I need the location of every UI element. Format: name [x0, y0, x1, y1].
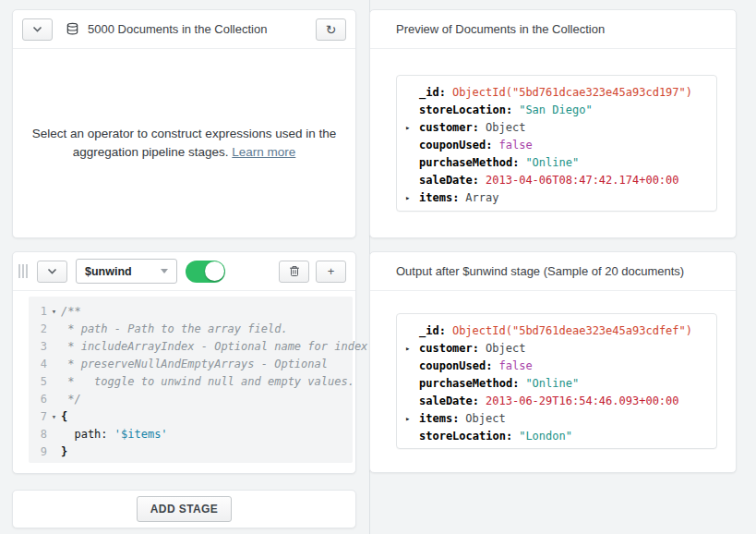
document-field-row: ▸ purchaseMethod "Online" — [397, 154, 716, 172]
field-value: ObjectId("5bd761deae323e45a93cdfef") — [452, 322, 692, 340]
field-key: _id — [419, 322, 446, 340]
select-caret-icon — [161, 269, 168, 273]
empty-state: Select an operator to construct expressi… — [13, 49, 355, 237]
editor-line: 8 ▾ path: '$items' — [29, 426, 353, 443]
unwind-stage-header: $unwind + — [13, 252, 355, 291]
document-field-row: ▸ customer Object — [397, 119, 716, 137]
document-field-row: ▸ items Object — [397, 410, 716, 428]
document-field-row: ▸ couponUsed false — [397, 358, 716, 375]
expand-caret-icon[interactable]: ▸ — [405, 340, 419, 358]
line-number: 2 — [29, 321, 47, 338]
document-field-row: ▸ customer Object — [397, 340, 716, 358]
unwind-output-header: Output after $unwind stage (Sample of 20… — [370, 252, 736, 291]
refresh-icon: ↻ — [326, 23, 337, 36]
source-stage-header: 5000 Documents in the Collection ↻ — [13, 10, 355, 49]
line-number: 7 — [29, 408, 47, 426]
code-text: * preserveNullAndEmptyArrays - Optional — [61, 356, 328, 373]
field-key: purchaseMethod — [419, 375, 519, 393]
field-key: customer — [419, 119, 479, 137]
stage-editor[interactable]: 1 ▾ /** 2 ▾ * path - Path to the array f… — [29, 297, 353, 463]
document-field-row: ▸ _id ObjectId("5bd761dcae323e45a93cd197… — [397, 84, 716, 102]
source-preview-header: Preview of Documents in the Collection — [370, 10, 736, 49]
document-field-row: ▸ _id ObjectId("5bd761deae323e45a93cdfef… — [397, 322, 716, 340]
field-value: "London" — [519, 428, 572, 445]
field-key: saleDate — [419, 172, 479, 189]
fold-arrow-icon[interactable]: ▾ — [47, 303, 61, 321]
add-stage-row: ADD STAGE — [12, 490, 356, 528]
line-number: 8 — [29, 426, 47, 443]
learn-more-link[interactable]: Learn more — [232, 145, 295, 159]
document-field-row: ▸ storeLocation "London" — [397, 428, 716, 445]
collapse-stage-button[interactable] — [37, 261, 67, 283]
field-value: "Online" — [525, 154, 579, 172]
field-value: ObjectId("5bd761dcae323e45a93cd197") — [452, 84, 692, 102]
code-text: } — [61, 443, 67, 461]
unwind-output-panel: Output after $unwind stage (Sample of 20… — [369, 251, 737, 473]
editor-line: 1 ▾ /** — [29, 303, 353, 321]
chevron-down-icon — [47, 268, 57, 274]
document-field-row: ▸ items Array — [397, 189, 716, 207]
editor-line: 4 ▾ * preserveNullAndEmptyArrays - Optio… — [29, 356, 353, 373]
line-number: 4 — [29, 356, 47, 373]
line-number: 5 — [29, 373, 47, 391]
source-stage-card: 5000 Documents in the Collection ↻ Selec… — [12, 9, 356, 238]
field-value: 2013-04-06T08:47:42.174+00:00 — [486, 172, 679, 189]
output-document-card: ▸ _id ObjectId("5bd761deae323e45a93cdfef… — [396, 313, 717, 449]
unwind-stage-card: $unwind + 1 ▾ /** 2 ▾ — [12, 251, 356, 474]
toggle-knob — [205, 261, 224, 281]
field-key: _id — [419, 84, 446, 102]
stage-operator-value: $unwind — [85, 265, 132, 278]
code-text: /** — [61, 303, 81, 321]
add-stage-button[interactable]: ADD STAGE — [137, 496, 232, 522]
field-value: "Online" — [525, 375, 579, 393]
editor-line: 5 ▾ * toggle to unwind null and empty va… — [29, 373, 353, 391]
field-value: false — [498, 137, 532, 154]
line-number: 9 — [29, 443, 47, 461]
document-field-row: ▸ storeLocation "San Diego" — [397, 102, 716, 119]
field-key: storeLocation — [419, 102, 512, 119]
source-preview-title: Preview of Documents in the Collection — [396, 22, 605, 36]
drag-handle-icon[interactable] — [18, 264, 28, 278]
collection-icon — [66, 22, 79, 36]
document-field-row: ▸ saleDate 2013-06-29T16:54:46.093+00:00 — [397, 393, 716, 410]
add-stage-after-button[interactable]: + — [316, 261, 346, 283]
plus-icon: + — [328, 264, 335, 278]
field-value: Object — [465, 410, 505, 428]
stage-enabled-toggle[interactable] — [186, 261, 225, 283]
code-text: path: '$items' — [61, 426, 168, 443]
field-key: storeLocation — [419, 428, 512, 445]
editor-line: 3 ▾ * includeArrayIndex - Optional name … — [29, 338, 353, 356]
editor-line: 7 ▾ { — [29, 408, 353, 426]
fold-arrow-icon[interactable]: ▾ — [47, 408, 61, 426]
expand-caret-icon[interactable]: ▸ — [405, 119, 419, 137]
document-field-row: ▸ couponUsed false — [397, 137, 716, 154]
field-key: saleDate — [419, 393, 479, 410]
field-key: items — [419, 189, 459, 207]
field-value: Object — [486, 119, 525, 137]
field-value: Array — [465, 189, 498, 207]
stage-operator-select[interactable]: $unwind — [76, 259, 177, 284]
code-text: * path - Path to the array field. — [61, 321, 288, 338]
editor-line: 9 ▾ } — [29, 443, 353, 461]
code-text: { — [61, 408, 67, 426]
refresh-button[interactable]: ↻ — [316, 18, 346, 41]
editor-line: 2 ▾ * path - Path to the array field. — [29, 321, 353, 338]
field-value: false — [498, 358, 532, 375]
collection-doc-count: 5000 Documents in the Collection — [88, 22, 267, 36]
trash-icon — [289, 265, 300, 277]
field-value: Object — [486, 340, 525, 358]
field-key: couponUsed — [419, 137, 492, 154]
collapse-source-button[interactable] — [22, 18, 53, 41]
code-text: * toggle to unwind null and empty values… — [61, 373, 354, 391]
field-key: couponUsed — [419, 358, 492, 375]
delete-stage-button[interactable] — [279, 261, 309, 283]
code-text: */ — [61, 391, 81, 408]
field-key: purchaseMethod — [419, 154, 519, 172]
chevron-down-icon — [32, 26, 42, 32]
editor-line: 6 ▾ */ — [29, 391, 353, 408]
field-key: customer — [419, 340, 479, 358]
expand-caret-icon[interactable]: ▸ — [405, 189, 419, 207]
preview-document-card: ▸ _id ObjectId("5bd761dcae323e45a93cd197… — [396, 75, 717, 212]
field-value: "San Diego" — [519, 102, 592, 119]
expand-caret-icon[interactable]: ▸ — [405, 410, 419, 428]
